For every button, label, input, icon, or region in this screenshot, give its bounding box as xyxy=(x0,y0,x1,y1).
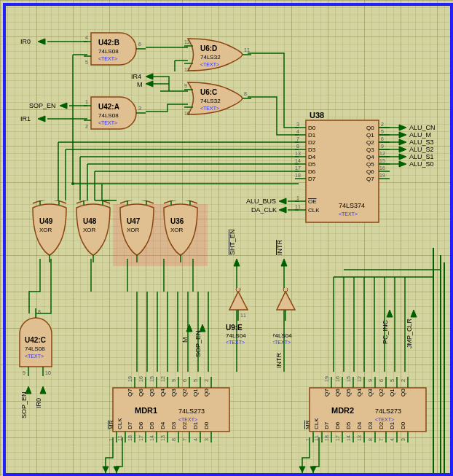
schematic-canvas[interactable]: U42:B 74LS08 <TEXT> 4 5 6 U42:A 74LS08 <… xyxy=(0,0,453,476)
svg-marker-282 xyxy=(281,259,287,266)
svg-marker-264 xyxy=(279,198,286,204)
svg-text:SOP_EN: SOP_EN xyxy=(20,391,28,418)
svg-text:ALU_S0: ALU_S0 xyxy=(409,160,434,168)
svg-marker-262 xyxy=(146,81,153,87)
svg-text:IR1: IR1 xyxy=(20,115,31,122)
svg-text:IR0: IR0 xyxy=(20,38,31,45)
svg-marker-270 xyxy=(399,132,406,138)
svg-marker-288 xyxy=(186,324,192,332)
svg-marker-300 xyxy=(310,467,316,472)
svg-text:ALU_S3: ALU_S3 xyxy=(409,138,434,146)
svg-text:ALU_CN: ALU_CN xyxy=(409,124,436,131)
svg-text:ALU_BUS: ALU_BUS xyxy=(246,198,276,205)
svg-marker-258 xyxy=(38,116,45,122)
svg-marker-276 xyxy=(399,154,406,160)
net-terminals: IR0 SOP_EN IR1 IR4 M ALU_BUS DA_CLK ALU_… xyxy=(0,0,453,476)
svg-text:DA_CLK: DA_CLK xyxy=(251,206,277,214)
svg-marker-298 xyxy=(114,467,119,472)
svg-marker-293 xyxy=(387,310,393,317)
svg-text:ALU_S2: ALU_S2 xyxy=(409,146,434,153)
svg-marker-256 xyxy=(60,103,67,109)
svg-marker-254 xyxy=(38,39,45,44)
svg-marker-268 xyxy=(399,125,406,130)
svg-text:INTR: INTR xyxy=(275,353,283,368)
svg-text:IR0: IR0 xyxy=(35,398,42,408)
svg-marker-278 xyxy=(399,161,406,167)
svg-marker-280 xyxy=(234,259,240,266)
svg-text:SOP_EN: SOP_EN xyxy=(29,102,56,109)
svg-marker-299 xyxy=(299,467,305,472)
svg-text:M: M xyxy=(137,81,143,88)
svg-text:INTR: INTR xyxy=(276,240,283,255)
svg-text:M: M xyxy=(181,338,189,343)
svg-marker-286 xyxy=(40,386,46,394)
svg-marker-266 xyxy=(279,207,286,213)
svg-text:IR4: IR4 xyxy=(131,73,141,80)
svg-text:ALU_M: ALU_M xyxy=(409,131,431,138)
svg-text:PC_INC: PC_INC xyxy=(382,319,389,344)
svg-text:SHT_EN: SHT_EN xyxy=(229,229,236,255)
svg-marker-295 xyxy=(411,310,417,317)
svg-marker-272 xyxy=(399,139,406,145)
svg-text:JMP_CLR: JMP_CLR xyxy=(406,318,413,348)
svg-marker-260 xyxy=(146,74,153,79)
svg-marker-297 xyxy=(103,467,109,472)
svg-text:SOP_EN: SOP_EN xyxy=(194,330,202,357)
svg-text:ALU_S1: ALU_S1 xyxy=(409,153,434,160)
svg-marker-274 xyxy=(399,147,406,152)
